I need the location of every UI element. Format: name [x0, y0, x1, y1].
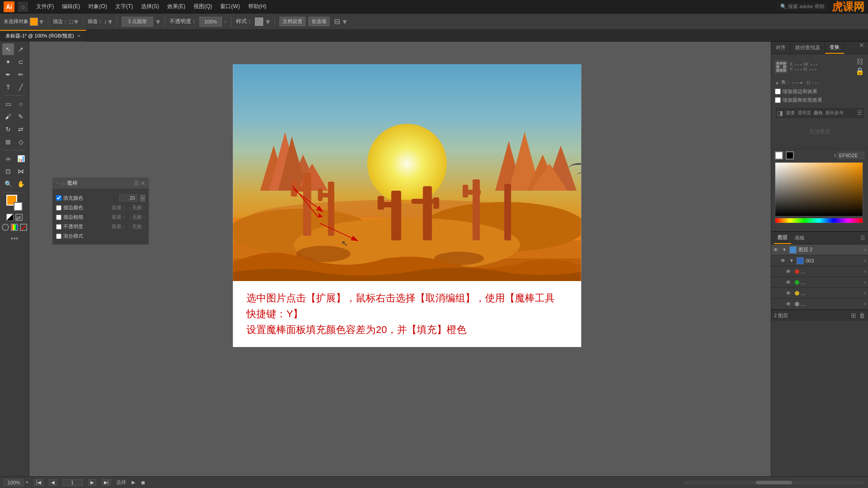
- pen-tool[interactable]: ✒: [2, 69, 14, 80]
- layer-gray-eye[interactable]: 👁: [786, 301, 793, 307]
- zoom-tool[interactable]: 🔍: [2, 178, 14, 190]
- nav-prev[interactable]: ◀: [49, 479, 57, 486]
- select-tool[interactable]: ↖: [2, 43, 14, 55]
- magic-panel-expand[interactable]: □: [61, 181, 64, 186]
- gradient-btn[interactable]: [2, 224, 9, 231]
- artboard-tool[interactable]: ⊡: [2, 165, 14, 177]
- hex-color-input[interactable]: [837, 152, 864, 159]
- make-layer-btn[interactable]: ⊞: [851, 312, 856, 319]
- scale-tool[interactable]: ⊞: [2, 136, 14, 148]
- more-tools[interactable]: •••: [11, 235, 19, 243]
- menu-select[interactable]: 选择(S): [137, 2, 163, 11]
- canvas-area[interactable]: 选中图片点击【扩展】，鼠标右击选择【取消编组】，使用【魔棒工具 快捷键：Y】 设…: [29, 42, 771, 476]
- layer-003-circle[interactable]: ○: [863, 258, 866, 263]
- layer-003-eye[interactable]: 👁: [780, 258, 788, 264]
- layer-red-eye[interactable]: 👁: [786, 268, 793, 275]
- magic-panel-collapse[interactable]: −: [56, 181, 59, 186]
- layer-2-circle[interactable]: ○: [863, 247, 866, 252]
- fill-color-selector[interactable]: 未选择对象 ▾: [4, 17, 43, 27]
- layers-tab-layers[interactable]: 图层: [774, 232, 791, 244]
- nav-first[interactable]: |◀: [34, 479, 43, 486]
- layers-panel-menu[interactable]: ☰: [860, 235, 865, 241]
- color-white-swatch[interactable]: [775, 151, 783, 160]
- document-tab[interactable]: 未标题-1* @ 100% (RGB/预览) ✕: [0, 30, 86, 42]
- rotate-tool[interactable]: ↻: [2, 123, 14, 135]
- direct-select-tool[interactable]: ↗: [15, 43, 27, 55]
- layer-row-red[interactable]: 👁 ... ○: [771, 266, 868, 277]
- layers-tab-artboard[interactable]: 画板: [791, 232, 808, 244]
- layer-green-eye[interactable]: 👁: [786, 279, 793, 286]
- menu-help[interactable]: 帮助(H): [245, 2, 270, 11]
- tab-align[interactable]: 对齐: [771, 42, 791, 54]
- layer-row-gray[interactable]: 👁 ... ○: [771, 299, 868, 310]
- nav-next[interactable]: ▶: [88, 479, 96, 486]
- fg-bg-color[interactable]: [6, 195, 23, 211]
- magic-wand-tool[interactable]: ✦: [2, 56, 14, 68]
- layer-row-green[interactable]: 👁 ... ○: [771, 277, 868, 288]
- preferences-btn[interactable]: 首选项: [308, 17, 330, 26]
- layer-row-003[interactable]: 👁 ▼ 003 ○: [771, 255, 868, 266]
- zoom-input[interactable]: [4, 479, 24, 486]
- menu-object[interactable]: 对象(O): [85, 2, 110, 11]
- layer-red-circle[interactable]: ○: [863, 269, 866, 274]
- tab-pathfinder[interactable]: 路径查找器: [791, 42, 825, 54]
- shear-tool[interactable]: ◇: [15, 136, 27, 148]
- paintbrush-tool[interactable]: 🖌: [2, 111, 14, 122]
- layer-2-eye[interactable]: 👁: [773, 247, 780, 253]
- page-number-input[interactable]: [62, 479, 83, 486]
- scale-corners-checkbox[interactable]: [775, 97, 781, 103]
- reset-colors[interactable]: [6, 214, 14, 221]
- menu-edit[interactable]: 编辑(E): [58, 2, 84, 11]
- right-panel-close-btn[interactable]: ✕: [855, 42, 868, 54]
- layer-row-2[interactable]: 👁 ▼ 图层 2 ○: [771, 244, 868, 255]
- magic-panel-menu[interactable]: ☰: [134, 180, 139, 187]
- layer-row-yellow[interactable]: 👁 ... ○: [771, 288, 868, 299]
- rect-tool[interactable]: ▭: [2, 98, 14, 110]
- home-icon[interactable]: ⌂: [18, 2, 28, 12]
- menu-effect[interactable]: 效果(E): [164, 2, 189, 11]
- delete-layer-btn[interactable]: 🗑: [859, 312, 865, 319]
- menu-window[interactable]: 窗口(W): [217, 2, 243, 11]
- layer-yellow-circle[interactable]: ○: [863, 291, 866, 296]
- color-black-swatch[interactable]: [786, 151, 794, 160]
- layer-gray-circle[interactable]: ○: [863, 301, 866, 306]
- tab-transform[interactable]: 变换: [825, 42, 844, 54]
- layer-2-expand[interactable]: ▼: [782, 247, 788, 252]
- menu-text[interactable]: 文字(T): [112, 2, 137, 11]
- opacity-input[interactable]: [199, 17, 222, 27]
- hue-spectrum[interactable]: [775, 218, 863, 223]
- line-tool[interactable]: ╱: [15, 81, 27, 93]
- background-color[interactable]: [14, 202, 23, 211]
- layer-yellow-eye[interactable]: 👁: [786, 290, 793, 296]
- tab-close-btn[interactable]: ✕: [77, 33, 80, 38]
- tolerance-increase[interactable]: ›: [140, 195, 145, 202]
- menu-view[interactable]: 视图(Q): [190, 2, 216, 11]
- layer-green-circle[interactable]: ○: [863, 280, 866, 285]
- nav-last[interactable]: ▶|: [102, 479, 111, 486]
- scale-strokes-checkbox[interactable]: [775, 89, 781, 94]
- blend-tool[interactable]: ∞: [2, 153, 14, 164]
- blend-checkbox[interactable]: [56, 234, 61, 239]
- menu-file[interactable]: 文件(F): [33, 2, 57, 11]
- brush-size-input[interactable]: [122, 17, 153, 27]
- stroke-color-checkbox[interactable]: [56, 205, 61, 211]
- text-tool[interactable]: T: [2, 81, 14, 93]
- color-picker-gradient[interactable]: [775, 162, 863, 216]
- hand-tool[interactable]: ✋: [15, 178, 27, 190]
- ellipse-tool[interactable]: ○: [15, 98, 27, 110]
- pencil-tool[interactable]: ✎: [15, 111, 27, 122]
- fill-color-swatch[interactable]: [30, 18, 38, 26]
- type-tool[interactable]: ✏: [15, 69, 27, 80]
- stroke-width-checkbox[interactable]: [56, 215, 61, 220]
- none-btn[interactable]: [20, 224, 27, 231]
- column-graph-tool[interactable]: 📊: [15, 153, 27, 164]
- opacity-checkbox[interactable]: [56, 224, 61, 230]
- slice-tool[interactable]: ⋈: [15, 165, 27, 177]
- doc-settings-btn[interactable]: 文档设置: [279, 17, 306, 26]
- lasso-tool[interactable]: ⊂: [15, 56, 27, 68]
- play-btn[interactable]: ▶: [132, 479, 135, 485]
- tolerance-value[interactable]: 20: [119, 194, 137, 202]
- style-swatch[interactable]: [255, 18, 263, 26]
- reflect-tool[interactable]: ⇄: [15, 123, 27, 135]
- swap-colors[interactable]: ⇄: [15, 214, 23, 221]
